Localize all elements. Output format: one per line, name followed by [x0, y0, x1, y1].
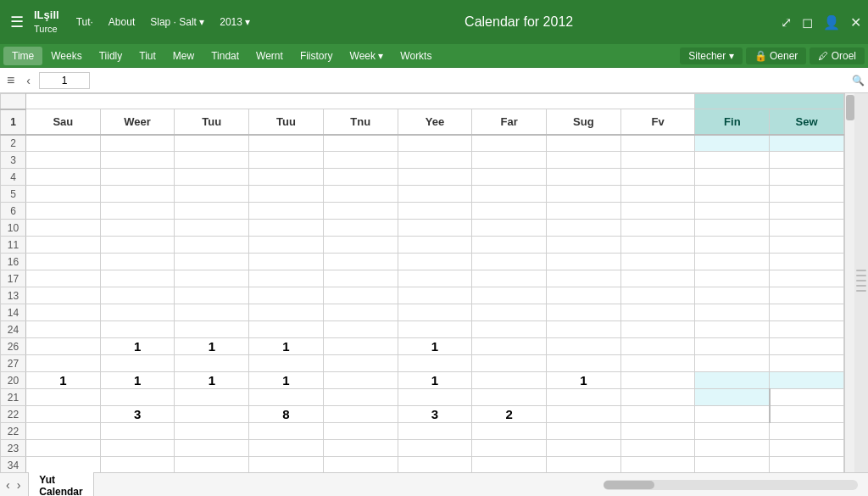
window-user-icon[interactable]: 👤 [823, 14, 840, 31]
top-spacer [26, 94, 695, 109]
row-num: 21 [1, 389, 26, 406]
col-header-sau: Sau [26, 109, 101, 135]
cell-b26[interactable]: 1 [100, 338, 175, 355]
tab-tindat[interactable]: Tindat [203, 47, 248, 65]
header-spacer-row [1, 94, 844, 109]
menu-tut[interactable]: Tut· [70, 13, 100, 31]
row-num: 26 [1, 338, 26, 355]
search-icon[interactable]: 🔍 [852, 75, 865, 86]
tab-tiidly[interactable]: Tiidly [91, 47, 131, 65]
table-row: 3 [1, 152, 844, 169]
cell-d22[interactable]: 8 [249, 406, 324, 423]
tab-workts[interactable]: Workts [392, 47, 440, 65]
app-name: ILşiIl [34, 8, 59, 23]
toolbar-right: Sitecher ▾ 🔒 Oener 🖊 Oroel [680, 47, 865, 64]
cell-d20[interactable]: 1 [249, 372, 324, 389]
table-row: 11 [1, 237, 844, 254]
cell[interactable] [472, 135, 547, 152]
cell-c26[interactable]: 1 [175, 338, 249, 355]
window-resize-icon[interactable]: ⤢ [781, 14, 792, 31]
app-sub: Turce [34, 23, 59, 35]
tab-wernt[interactable]: Wernt [248, 47, 292, 65]
cell-h20[interactable]: 1 [547, 372, 621, 389]
sheet-nav-prev[interactable]: ‹ [3, 478, 13, 492]
cell[interactable] [547, 135, 621, 152]
col-header-tuu2: Tuu [249, 109, 324, 135]
menu-slap[interactable]: Slap · Salt ▾ [143, 13, 211, 31]
formula-input[interactable] [93, 75, 849, 86]
cell-a20[interactable]: 1 [26, 372, 101, 389]
tab-week[interactable]: Week ▾ [342, 47, 392, 65]
table-row-20: 20 1 1 1 1 1 1 [1, 372, 844, 389]
cell[interactable] [620, 135, 695, 152]
table-row: 2 [1, 135, 844, 152]
cell-b20[interactable]: 1 [100, 372, 175, 389]
window-maximize-icon[interactable]: ◻ [802, 14, 813, 31]
cell-f26[interactable]: 1 [398, 338, 472, 355]
table-row: 34 [1, 457, 844, 473]
cell-f20[interactable]: 1 [398, 372, 472, 389]
scrollbar-thumb[interactable] [846, 95, 854, 120]
top-spacer-highlighted [695, 94, 844, 109]
cell[interactable] [175, 135, 249, 152]
table-row: 27 [1, 355, 844, 372]
cell-highlighted[interactable] [770, 135, 844, 152]
cell-d26[interactable]: 1 [249, 338, 324, 355]
menu-about[interactable]: About [102, 13, 142, 31]
row-num: 5 [1, 186, 26, 203]
col-header-fv: Fv [620, 109, 695, 135]
calendar-title: Calendar for 2012 [264, 14, 774, 30]
row-num: 22 [1, 406, 26, 423]
sitecher-button[interactable]: Sitecher ▾ [680, 47, 742, 64]
row-num: 14 [1, 304, 26, 321]
cell[interactable] [26, 135, 101, 152]
tab-mew[interactable]: Mew [164, 47, 203, 65]
day-headers-row: 1 Sau Weer Tuu Tuu Tnu Yee Far Sug Fv Fi… [1, 109, 844, 135]
oener-button[interactable]: 🔒 Oener [746, 47, 807, 64]
toolbar: Time Weeks Tiidly Tiut Mew Tindat Wernt … [0, 44, 868, 68]
app-title: ILşiIl Turce [34, 8, 59, 35]
col-header-sug: Sug [547, 109, 621, 135]
tab-fiistory[interactable]: Fiistory [292, 47, 342, 65]
col-header-tnu: Tnu [323, 109, 398, 135]
cell-b22[interactable]: 3 [100, 406, 175, 423]
menu-icon[interactable]: ☰ [7, 9, 27, 35]
col-header-fin: Fin [695, 109, 770, 135]
cell[interactable] [398, 135, 472, 152]
tab-weeks[interactable]: Weeks [42, 47, 90, 65]
cell[interactable] [323, 135, 398, 152]
col-header-yee: Yee [398, 109, 472, 135]
table-row: 17 [1, 270, 844, 287]
table-row: 14 [1, 304, 844, 321]
cell[interactable] [249, 135, 324, 152]
row-num: 27 [1, 355, 26, 372]
spreadsheet-wrapper: 1 Sau Weer Tuu Tuu Tnu Yee Far Sug Fv Fi… [0, 93, 844, 472]
table-row-26: 26 1 1 1 1 [1, 338, 844, 355]
cell-reference[interactable] [39, 72, 90, 89]
formula-bar: ≡ ‹ 🔍 [0, 68, 868, 93]
horizontal-scrollbar[interactable] [604, 480, 858, 490]
sheet-nav-next[interactable]: › [14, 478, 24, 492]
vertical-scrollbar[interactable] [844, 93, 854, 472]
corner-cell [1, 94, 26, 109]
cell-c20[interactable]: 1 [175, 372, 249, 389]
cell-g22[interactable]: 2 [472, 406, 547, 423]
window-close-icon[interactable]: ✕ [850, 14, 861, 31]
table-row: 6 [1, 203, 844, 220]
tab-tiut[interactable]: Tiut [131, 47, 164, 65]
cell-highlighted[interactable] [695, 135, 770, 152]
tab-time[interactable]: Time [3, 47, 42, 65]
expand-button[interactable]: ≡ [3, 73, 18, 88]
h-scrollbar-thumb[interactable] [604, 481, 654, 489]
col-header-sew: Sew [770, 109, 844, 135]
table-row: 4 [1, 169, 844, 186]
sheet-tab-calendar[interactable]: YutCalendar [28, 470, 93, 497]
row-num: 11 [1, 237, 26, 254]
menu-year[interactable]: 2013 ▾ [213, 13, 257, 31]
nav-back-button[interactable]: ‹ [21, 74, 36, 87]
cell-f22[interactable]: 3 [398, 406, 472, 423]
table-row: 13 [1, 287, 844, 304]
table-row: 10 [1, 220, 844, 237]
cell[interactable] [100, 135, 175, 152]
oroel-button[interactable]: 🖊 Oroel [810, 47, 865, 64]
